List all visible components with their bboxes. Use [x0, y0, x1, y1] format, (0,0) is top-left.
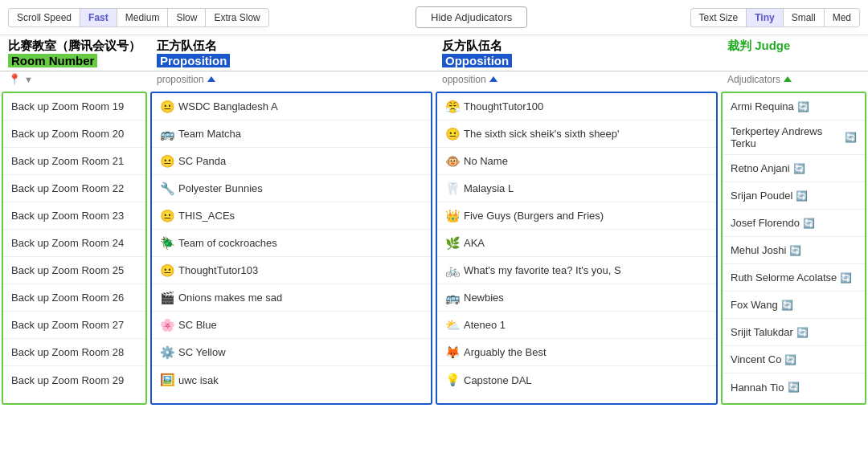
text-size-small-button[interactable]: Small [783, 8, 824, 27]
text-size-tiny-button[interactable]: Tiny [746, 8, 782, 27]
judge-label: 裁判 Judge [727, 39, 860, 54]
table-row: 🖼️uwc isak [152, 366, 431, 394]
judge-name: Armi Requina [731, 100, 794, 112]
room-value: Back up Zoom Room 25 [11, 264, 124, 276]
judge-col-header: 裁判 Judge [719, 35, 868, 71]
opp-emoji: 😐 [445, 127, 461, 141]
prop-emoji: 🎬 [160, 291, 175, 305]
room-value: Back up Zoom Room 21 [11, 155, 124, 167]
judge-name: Vincent Co [731, 353, 781, 365]
speed-extra-slow-button[interactable]: Extra Slow [205, 8, 268, 27]
opp-name: Arguably the Best [464, 346, 547, 358]
table-row: Back up Zoom Room 19 [3, 93, 145, 120]
prop-emoji: 🖼️ [160, 373, 175, 387]
opp-emoji: 😤 [445, 100, 461, 114]
opp-emoji: 🦊 [445, 345, 461, 360]
table-row: 🦊Arguably the Best [437, 339, 716, 366]
table-row: Hannah Tio🔄 [723, 373, 865, 401]
judge-name: Mehul Joshi [731, 244, 786, 256]
hide-adjudicators-button[interactable]: Hide Adjudicators [416, 6, 527, 28]
table-row: 🚌Newbies [437, 284, 716, 312]
opp-english-label: Opposition [442, 54, 512, 67]
room-value: Back up Zoom Room 23 [11, 210, 124, 222]
table-row: Srijan Poudel🔄 [723, 182, 865, 210]
table-row: Armi Requina🔄 [723, 93, 865, 120]
prop-name: Team Matcha [178, 128, 241, 140]
table-row: Back up Zoom Room 20 [3, 120, 145, 148]
opp-emoji: 🌿 [445, 236, 461, 251]
table-row: Back up Zoom Room 25 [3, 257, 145, 284]
opp-emoji: 🦷 [445, 182, 461, 196]
table-row: 🐵No Name [437, 148, 716, 175]
table-row: Back up Zoom Room 23 [3, 202, 145, 230]
table-row: 👑Five Guys (Burgers and Fries) [437, 202, 716, 230]
prop-emoji: 😐 [160, 154, 175, 169]
table-row: 💡Capstone DAL [437, 366, 716, 394]
prop-name: SC Panda [178, 155, 226, 167]
prop-name: THIS_ACEs [178, 210, 235, 222]
table-row: Josef Florendo🔄 [723, 210, 865, 237]
table-row: 🎬Onions makes me sad [152, 284, 431, 312]
opp-name: What's my favorite tea? It's you, S [464, 264, 621, 276]
opp-emoji: 🚲 [445, 263, 461, 278]
prop-emoji: ⚙️ [160, 345, 175, 360]
room-sub: 📍 ▼ [0, 71, 149, 90]
speed-fast-button[interactable]: Fast [80, 8, 117, 27]
sub-headers-row: 📍 ▼ proposition opposition Adjudicators [0, 71, 868, 90]
table-row: 😐WSDC Bangladesh A [152, 93, 431, 120]
opp-name: ThoughtTutor100 [464, 100, 543, 112]
opp-col-header: 反方队伍名 Opposition [434, 35, 719, 71]
judge-name: Terkpertey Andrews Terku [731, 125, 841, 149]
table-row: 🚌Team Matcha [152, 120, 431, 148]
text-size-group: Text Size Tiny Small Med [690, 8, 861, 27]
prop-sub: proposition [149, 71, 434, 90]
table-row: 😐The sixth sick sheik's sixth sheep' [437, 120, 716, 148]
prop-emoji: 🪲 [160, 236, 175, 251]
room-chinese-label: 比赛教室（腾讯会议号） [8, 39, 141, 54]
table-row: Back up Zoom Room 28 [3, 339, 145, 366]
text-size-med-button[interactable]: Med [824, 8, 860, 27]
table-row: 🪲Team of cockroaches [152, 230, 431, 257]
judge-arrow-up [784, 76, 792, 82]
prop-emoji: 😐 [160, 263, 175, 278]
prop-emoji: 😐 [160, 209, 175, 223]
column-headers-row: 比赛教室（腾讯会议号） Room Number 正方队伍名 Propositio… [0, 35, 868, 71]
prop-emoji: 🔧 [160, 182, 175, 196]
table-row: Retno Anjani🔄 [723, 155, 865, 182]
text-size-label: Text Size [690, 8, 747, 27]
judge-name: Josef Florendo [731, 217, 800, 229]
room-value: Back up Zoom Room 29 [11, 374, 124, 386]
prop-sub-label: proposition [157, 74, 204, 85]
scroll-speed-label: Scroll Speed [8, 8, 80, 27]
prop-col-header: 正方队伍名 Proposition [149, 35, 434, 71]
prop-emoji: 🚌 [160, 127, 175, 141]
table-row: 🦷Malaysia L [437, 175, 716, 202]
judge-name: Hannah Tio [731, 382, 784, 394]
prop-name: SC Yellow [178, 346, 226, 358]
table-row: 🚲What's my favorite tea? It's you, S [437, 257, 716, 284]
table-row: Back up Zoom Room 21 [3, 148, 145, 175]
table-row: 🔧Polyester Bunnies [152, 175, 431, 202]
prop-name: WSDC Bangladesh A [178, 100, 278, 112]
table-row: Vincent Co🔄 [723, 346, 865, 373]
room-value: Back up Zoom Room 22 [11, 182, 124, 194]
prop-arrow-up [207, 76, 215, 82]
table-row: 😐SC Panda [152, 148, 431, 175]
opp-name: No Name [464, 155, 508, 167]
judge-sub: Adjudicators [719, 71, 868, 90]
opp-sub: opposition [434, 71, 719, 90]
opp-name: Capstone DAL [464, 374, 532, 386]
judge-name: Srijit Talukdar [731, 326, 793, 338]
room-value: Back up Zoom Room 26 [11, 292, 124, 304]
speed-slow-button[interactable]: Slow [167, 8, 205, 27]
prop-name: Polyester Bunnies [178, 182, 263, 194]
prop-column: 😐WSDC Bangladesh A 🚌Team Matcha 😐SC Pand… [150, 92, 432, 405]
speed-medium-button[interactable]: Medium [117, 8, 168, 27]
header-controls: Scroll Speed Fast Medium Slow Extra Slow… [0, 0, 868, 35]
opp-column: 😤ThoughtTutor100 😐The sixth sick sheik's… [436, 92, 718, 405]
room-english-label: Room Number [8, 54, 97, 67]
opp-name: AKA [464, 237, 485, 249]
scroll-speed-group: Scroll Speed Fast Medium Slow Extra Slow [8, 8, 269, 27]
table-row: Back up Zoom Room 29 [3, 366, 145, 394]
table-row: 😤ThoughtTutor100 [437, 93, 716, 120]
